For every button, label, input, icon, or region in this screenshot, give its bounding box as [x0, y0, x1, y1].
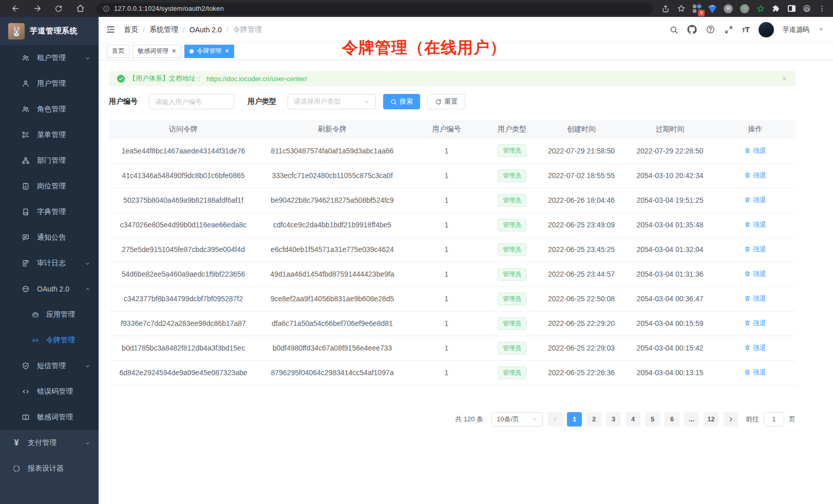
force-logout-button[interactable]: 强退 — [744, 245, 766, 254]
page-button-1[interactable]: 1 — [567, 412, 582, 427]
action-cell: 强退 — [715, 188, 796, 212]
sidebar-item-OAuth 2.0[interactable]: OAuth 2.0 — [0, 276, 99, 302]
user-id-cell: 1 — [407, 237, 486, 262]
breadcrumb-item[interactable]: 首页 — [124, 25, 138, 34]
breadcrumb-item[interactable]: OAuth 2.0 — [190, 26, 222, 34]
prev-page-button[interactable] — [547, 412, 562, 427]
github-icon[interactable] — [687, 25, 697, 34]
page-size-select[interactable]: 10条/页 — [491, 412, 543, 427]
extension-command-icon[interactable]: ⌘ — [724, 4, 733, 13]
sidebar-item-label: 报表设计器 — [28, 464, 64, 473]
refresh-token-cell: 811c530487574fa0af1a59d3abc1aa66 — [258, 139, 407, 163]
breadcrumb-item[interactable]: 系统管理 — [149, 25, 178, 34]
search-icon[interactable] — [669, 25, 678, 34]
sidebar-item-敏感词管理[interactable]: 敏感词管理 — [0, 404, 99, 430]
sidebar-item-支付管理[interactable]: ¥支付管理 — [0, 430, 99, 456]
address-bar[interactable]: 127.0.0.1:1024/system/oauth2/token — [97, 3, 653, 15]
sidebar-item-审计日志[interactable]: 审计日志 — [0, 250, 99, 276]
app-logo[interactable]: 🐰 芋道管理系统 — [0, 17, 99, 45]
user-type-cell: 管理员 — [486, 237, 538, 262]
goto-page-input[interactable] — [764, 412, 784, 427]
table-row: 6d842e2924594de9a09e45e087323abe8796295f… — [109, 360, 796, 385]
extension-record-icon[interactable] — [740, 4, 749, 13]
extension-star-icon[interactable] — [756, 5, 765, 13]
sidebar-item-label: 短信管理 — [37, 361, 66, 371]
sidebar-item-错误码管理[interactable]: 错误码管理 — [0, 379, 99, 404]
force-logout-button[interactable]: 强退 — [744, 343, 766, 353]
reset-button[interactable]: 重置 — [427, 94, 465, 109]
browser-back-button[interactable] — [5, 2, 26, 16]
created-cell: 2022-06-25 22:26:36 — [538, 360, 625, 385]
force-logout-button[interactable]: 强退 — [744, 171, 766, 180]
sidebar-item-字典管理[interactable]: 字典管理 — [0, 199, 99, 225]
sidebar-item-label: 敏感词管理 — [37, 413, 73, 422]
refresh-token-cell: 9ce8ef2aa9f14056b831ae9b608e28d5 — [258, 286, 407, 311]
user-type-badge: 管理员 — [498, 342, 526, 355]
browser-menu-icon[interactable] — [818, 5, 826, 12]
side-panel-icon[interactable] — [788, 5, 796, 12]
force-logout-button[interactable]: 强退 — [744, 319, 766, 328]
browser-forward-button[interactable] — [27, 2, 47, 16]
logo-image: 🐰 — [8, 23, 25, 40]
extension-gem-icon[interactable] — [708, 5, 716, 12]
action-cell: 强退 — [715, 311, 796, 336]
sidebar-item-部门管理[interactable]: 部门管理 — [0, 148, 99, 173]
sidebar-item-菜单管理[interactable]: 菜单管理 — [0, 122, 99, 148]
user-id-cell: 1 — [407, 336, 486, 360]
force-logout-button[interactable]: 强退 — [744, 269, 766, 279]
next-page-button[interactable] — [723, 412, 738, 427]
share-icon[interactable] — [661, 5, 670, 13]
sidebar-item-令牌管理[interactable]: 令牌管理 — [0, 327, 99, 353]
app-title: 芋道管理系统 — [30, 26, 78, 36]
force-logout-button[interactable]: 强退 — [744, 294, 766, 303]
profile-avatar-icon[interactable]: 😆 — [803, 5, 811, 12]
page-button-2[interactable]: 2 — [586, 412, 601, 427]
extensions-puzzle-icon[interactable] — [772, 4, 781, 13]
user-avatar[interactable] — [759, 22, 774, 37]
sidebar-item-租户管理[interactable]: 租户管理 — [0, 45, 99, 71]
alert-close-icon[interactable]: ✕ — [782, 75, 787, 83]
help-icon[interactable] — [706, 25, 715, 34]
sidebar-item-通知公告[interactable]: 通知公告 — [0, 225, 99, 250]
sidebar-item-label: 应用管理 — [46, 310, 75, 319]
page-button-3[interactable]: 3 — [606, 412, 621, 427]
page-more-button[interactable]: ... — [684, 412, 699, 427]
browser-reload-button[interactable] — [48, 2, 69, 16]
user-id-cell: 1 — [407, 139, 486, 163]
sidebar-item-报表设计器[interactable]: 报表设计器 — [0, 456, 99, 481]
sidebar-item-岗位管理[interactable]: 岗位管理 — [0, 173, 99, 199]
collapse-sidebar-icon[interactable] — [106, 25, 116, 34]
alert-doc-link[interactable]: https://doc.iocoder.cn/user-center/ — [206, 75, 307, 83]
expires-cell: 2054-03-04 00:15:42 — [625, 336, 715, 360]
sidebar-item-用户管理[interactable]: 用户管理 — [0, 71, 99, 96]
tab-敏感词管理[interactable]: 敏感词管理✕ — [132, 45, 181, 58]
sidebar-item-应用管理[interactable]: 应用管理 — [0, 302, 99, 327]
page-button-4[interactable]: 4 — [626, 412, 640, 427]
tab-令牌管理[interactable]: 令牌管理✕ — [184, 45, 234, 58]
page-button-12[interactable]: 12 — [704, 412, 718, 427]
page-button-6[interactable]: 6 — [665, 412, 679, 427]
page-button-5[interactable]: 5 — [645, 412, 660, 427]
sidebar-item-label: 用户管理 — [37, 79, 66, 88]
user-type-badge: 管理员 — [498, 194, 526, 207]
tab-首页[interactable]: 首页 — [107, 45, 129, 58]
user-type-select[interactable]: 请选择用户类型 — [288, 94, 376, 109]
browser-home-button[interactable] — [70, 2, 90, 16]
close-icon[interactable]: ✕ — [224, 48, 229, 54]
user-id-input[interactable] — [149, 94, 234, 109]
sidebar-item-角色管理[interactable]: 角色管理 — [0, 96, 99, 122]
force-logout-button[interactable]: 强退 — [744, 146, 766, 156]
chevron-down-icon[interactable] — [818, 27, 824, 32]
force-logout-button[interactable]: 强退 — [744, 220, 766, 229]
trash-icon — [744, 270, 751, 277]
search-button[interactable]: 搜索 — [383, 94, 420, 109]
bookmark-star-icon[interactable] — [677, 4, 686, 13]
sidebar-item-短信管理[interactable]: 短信管理 — [0, 353, 99, 379]
force-logout-button[interactable]: 强退 — [744, 196, 766, 205]
font-size-icon[interactable]: TT — [742, 25, 750, 34]
close-icon[interactable]: ✕ — [172, 48, 176, 54]
extension-grid-icon[interactable]: 9 — [693, 5, 701, 13]
table-row: f9336e7c7dd242a283ee98dc86b17a87dfa6c71a… — [109, 311, 796, 336]
force-logout-button[interactable]: 强退 — [744, 368, 766, 377]
fullscreen-icon[interactable] — [724, 25, 733, 34]
